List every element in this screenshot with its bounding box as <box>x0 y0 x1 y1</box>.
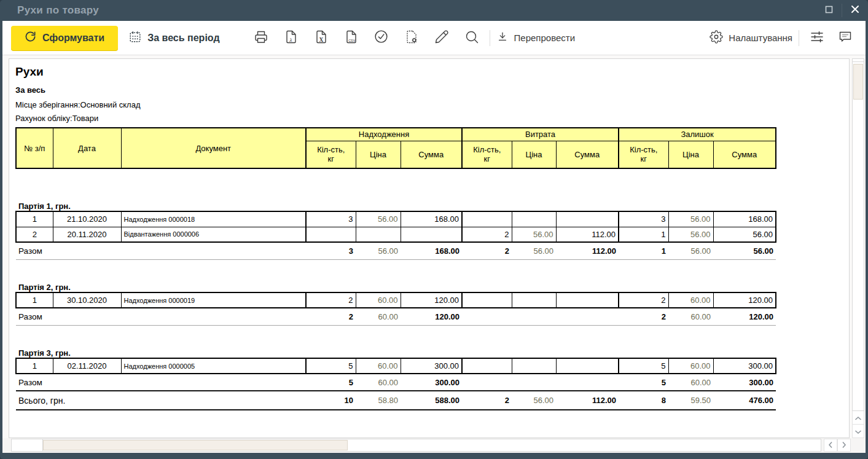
total-cell[interactable]: 56.00 <box>713 242 776 259</box>
table-cell[interactable]: 120.00 <box>713 292 776 308</box>
total-cell[interactable]: 2 <box>619 308 668 325</box>
table-cell[interactable]: 3 <box>619 211 668 227</box>
total-cell[interactable] <box>462 374 512 391</box>
table-cell[interactable] <box>356 227 401 242</box>
total-cell[interactable]: 59.50 <box>668 391 713 410</box>
edit-button[interactable] <box>430 26 453 50</box>
table-cell[interactable]: 168.00 <box>713 211 776 227</box>
table-cell[interactable]: 2 <box>462 227 512 242</box>
table-cell[interactable]: 60.00 <box>668 358 713 374</box>
export-csv-button[interactable]: CSV <box>340 26 363 50</box>
total-cell[interactable]: 112.00 <box>556 391 619 410</box>
scroll-right-button[interactable] <box>837 439 851 452</box>
scroll-left-button[interactable] <box>824 439 837 452</box>
table-cell[interactable]: 56.00 <box>512 227 556 242</box>
total-cell[interactable]: 300.00 <box>401 374 462 391</box>
total-cell[interactable]: 60.00 <box>668 374 713 391</box>
table-cell[interactable]: 56.00 <box>668 211 713 227</box>
table-cell[interactable] <box>556 211 619 227</box>
scroll-down-button[interactable] <box>852 425 864 438</box>
total-cell[interactable]: 3 <box>306 242 356 259</box>
table-cell[interactable]: 120.00 <box>401 292 462 308</box>
document-settings-button[interactable] <box>400 26 423 50</box>
table-cell[interactable]: Надходження 0000019 <box>121 292 306 308</box>
table-cell[interactable]: 20.11.2020 <box>53 227 121 242</box>
table-cell[interactable]: 5 <box>306 358 356 374</box>
table-cell[interactable]: 112.00 <box>556 227 619 242</box>
export-pdf-button[interactable]: λ <box>280 26 303 50</box>
table-cell[interactable]: Відвантаження 0000006 <box>121 227 306 242</box>
table-cell[interactable]: 300.00 <box>713 358 776 374</box>
table-cell[interactable]: 3 <box>306 211 356 227</box>
total-row-label[interactable]: Всього, грн. <box>16 391 306 410</box>
total-cell[interactable] <box>556 374 619 391</box>
total-cell[interactable]: 476.00 <box>713 391 776 410</box>
table-cell[interactable]: 30.10.2020 <box>53 292 121 308</box>
table-cell[interactable]: Надходження 0000005 <box>121 358 306 374</box>
total-cell[interactable]: 1 <box>619 242 668 259</box>
table-cell[interactable] <box>512 358 556 374</box>
table-cell[interactable] <box>556 358 619 374</box>
horizontal-scroll-track[interactable] <box>43 439 821 452</box>
period-button[interactable]: За весь період <box>128 30 219 46</box>
total-row-label[interactable]: Разом <box>16 374 306 391</box>
section-title[interactable]: Партія 1, грн. <box>16 195 776 211</box>
generate-button[interactable]: Сформувати <box>11 26 118 50</box>
search-button[interactable] <box>460 26 483 50</box>
total-cell[interactable]: 60.00 <box>356 308 401 325</box>
table-cell[interactable] <box>401 227 462 242</box>
total-cell[interactable]: 56.00 <box>512 391 556 410</box>
check-mark-button[interactable] <box>370 26 393 50</box>
table-cell[interactable]: 2 <box>16 227 53 242</box>
table-cell[interactable]: 60.00 <box>356 358 401 374</box>
horizontal-split-handle[interactable] <box>11 439 43 452</box>
total-cell[interactable]: 60.00 <box>668 308 713 325</box>
horizontal-scroll-thumb[interactable] <box>43 440 348 450</box>
total-cell[interactable]: 588.00 <box>401 391 462 410</box>
table-cell[interactable]: 2 <box>306 292 356 308</box>
table-cell[interactable]: 56.00 <box>668 227 713 242</box>
total-cell[interactable] <box>512 374 556 391</box>
table-cell[interactable] <box>462 211 512 227</box>
vertical-scroll-track[interactable] <box>852 58 864 411</box>
settings-button[interactable]: Налаштування <box>710 30 792 45</box>
table-cell[interactable]: 1 <box>16 211 53 227</box>
export-excel-button[interactable]: X <box>310 26 333 50</box>
table-cell[interactable]: 1 <box>619 227 668 242</box>
total-cell[interactable]: 5 <box>306 374 356 391</box>
report-options-button[interactable] <box>805 26 829 50</box>
table-cell[interactable] <box>462 292 512 308</box>
total-cell[interactable]: 2 <box>462 242 512 259</box>
total-cell[interactable]: 60.00 <box>356 374 401 391</box>
total-cell[interactable]: 112.00 <box>556 242 619 259</box>
total-cell[interactable]: 8 <box>619 391 668 410</box>
comment-button[interactable] <box>834 26 857 50</box>
table-cell[interactable]: 168.00 <box>401 211 462 227</box>
table-cell[interactable]: 21.10.2020 <box>53 211 121 227</box>
print-button[interactable] <box>249 26 273 50</box>
total-cell[interactable]: 2 <box>462 391 512 410</box>
table-cell[interactable]: 60.00 <box>668 292 713 308</box>
total-cell[interactable] <box>556 308 619 325</box>
reconduct-button[interactable]: Перепровести <box>496 31 576 45</box>
table-cell[interactable] <box>512 211 556 227</box>
vertical-split-handle[interactable] <box>853 59 864 62</box>
table-cell[interactable]: 1 <box>16 358 53 374</box>
table-cell[interactable]: 02.11.2020 <box>53 358 121 374</box>
total-cell[interactable] <box>512 308 556 325</box>
table-cell[interactable]: 60.00 <box>356 292 401 308</box>
scroll-up-button[interactable] <box>852 411 864 425</box>
table-cell[interactable]: 2 <box>619 292 668 308</box>
total-cell[interactable]: 2 <box>306 308 356 325</box>
table-cell[interactable]: Надходження 0000018 <box>121 211 306 227</box>
table-cell[interactable] <box>512 292 556 308</box>
total-cell[interactable]: 5 <box>619 374 668 391</box>
total-cell[interactable] <box>462 308 512 325</box>
table-cell[interactable]: 300.00 <box>401 358 462 374</box>
total-cell[interactable]: 56.00 <box>356 242 401 259</box>
table-cell[interactable]: 1 <box>16 292 53 308</box>
section-title[interactable]: Партія 3, грн. <box>16 342 776 358</box>
total-cell[interactable]: 10 <box>306 391 356 410</box>
total-cell[interactable]: 56.00 <box>668 242 713 259</box>
table-cell[interactable]: 56.00 <box>356 211 401 227</box>
